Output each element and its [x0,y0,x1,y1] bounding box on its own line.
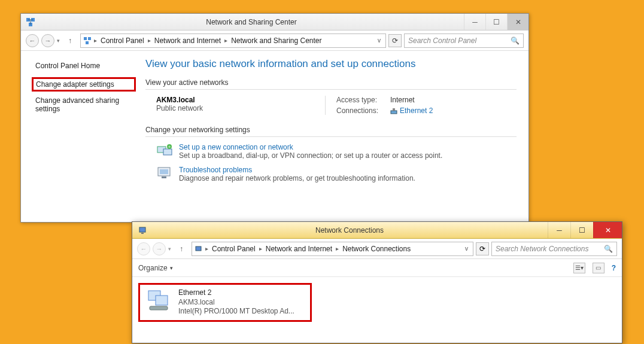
connections-label: Connections: [336,106,390,115]
organize-menu[interactable]: Organize ▾ [138,264,173,272]
connection-name: Ethernet 2 [400,106,433,115]
troubleshoot-row: Troubleshoot problems Diagnose and repai… [156,166,517,182]
minimize-button[interactable]: ─ [548,222,570,238]
search-input[interactable]: Search Control Panel 🔍 [404,34,524,48]
access-type-value: Internet [390,96,433,104]
chevron-right-icon: ▸ [205,245,208,252]
change-settings-header: Change your networking settings [145,126,517,134]
nav-toolbar: ← → ▾ ↑ ▸ Control Panel ▸ Network and In… [21,31,528,51]
toolbar-right: ☰▾ ▭ ? [573,263,616,273]
connection-adapter: Intel(R) PRO/1000 MT Desktop Ad... [178,307,294,316]
connection-text: Ethernet 2 AKM3.local Intel(R) PRO/1000 … [178,288,294,316]
troubleshoot-desc: Diagnose and repair network problems, or… [179,174,415,182]
active-network-row: AKM3.local Public network Access type: I… [145,96,517,115]
svg-rect-6 [391,111,397,114]
svg-rect-3 [84,37,87,40]
svg-rect-20 [150,306,168,310]
up-button[interactable]: ↑ [65,35,75,46]
window-title: Network Connections [151,226,548,235]
divider [145,136,517,137]
network-sharing-center-window: Network and Sharing Center ─ ☐ ✕ ← → ▾ ↑… [20,13,529,223]
back-button[interactable]: ← [26,34,39,47]
search-placeholder: Search Network Connections [496,245,588,253]
refresh-button[interactable]: ⟳ [388,34,402,47]
history-dropdown-icon[interactable]: ▾ [168,246,171,252]
divider [145,89,517,90]
svg-rect-17 [196,246,201,251]
chevron-right-icon: ▸ [148,37,151,44]
setup-connection-row: + Set up a new connection or network Set… [156,143,517,160]
svg-rect-15 [139,227,145,232]
search-input[interactable]: Search Network Connections 🔍 [491,242,617,256]
chevron-right-icon: ▸ [336,245,339,252]
connection-item-ethernet2[interactable]: Ethernet 2 AKM3.local Intel(R) PRO/1000 … [138,283,312,322]
app-icon [26,17,35,27]
troubleshoot-icon [156,166,173,180]
network-details: Access type: Internet Connections: Ether… [325,96,433,115]
crumb-network-internet[interactable]: Network and Internet [153,36,222,45]
close-button[interactable]: ✕ [507,14,528,30]
svg-rect-16 [141,233,144,234]
connection-domain: AKM3.local [178,298,294,308]
maximize-button[interactable]: ☐ [485,14,507,30]
help-button[interactable]: ? [612,264,616,272]
crumb-network-connections[interactable]: Network Connections [341,245,412,253]
chevron-right-icon: ▸ [259,245,262,252]
address-dropdown-icon[interactable]: v [463,245,470,252]
access-type-label: Access type: [336,96,390,104]
minimize-button[interactable]: ─ [464,14,485,30]
close-button[interactable]: ✕ [593,222,622,238]
svg-rect-14 [162,176,166,178]
forward-button[interactable]: → [153,242,166,255]
window-body: Control Panel Home Change adapter settin… [21,51,528,222]
setup-connection-text: Set up a new connection or network Set u… [179,143,442,160]
address-icon [83,36,92,45]
chevron-right-icon: ▸ [224,37,227,44]
view-options-button[interactable]: ☰▾ [573,263,585,273]
svg-rect-19 [156,296,168,305]
refresh-button[interactable]: ⟳ [476,242,489,255]
troubleshoot-link[interactable]: Troubleshoot problems [179,166,415,174]
crumb-control-panel[interactable]: Control Panel [99,36,145,45]
titlebar[interactable]: Network and Sharing Center ─ ☐ ✕ [21,14,528,31]
maximize-button[interactable]: ☐ [570,222,593,238]
crumb-network-internet[interactable]: Network and Internet [265,245,333,253]
ethernet-icon [390,107,397,114]
titlebar[interactable]: Network Connections ─ ☐ ✕ [132,222,622,239]
troubleshoot-text: Troubleshoot problems Diagnose and repai… [179,166,415,182]
organize-label: Organize [138,264,168,272]
setup-connection-link[interactable]: Set up a new connection or network [179,143,442,151]
sidebar-home[interactable]: Control Panel Home [35,59,132,72]
address-icon [195,245,203,253]
window-buttons: ─ ☐ ✕ [548,222,622,238]
crumb-network-sharing[interactable]: Network and Sharing Center [230,36,323,45]
search-icon: 🔍 [511,36,520,45]
back-button[interactable]: ← [137,242,150,255]
address-bar[interactable]: ▸ Control Panel ▸ Network and Internet ▸… [80,34,386,48]
up-button[interactable]: ↑ [176,243,187,254]
address-dropdown-icon[interactable]: v [375,37,383,44]
sidebar-advanced-sharing[interactable]: Change advanced sharing settings [35,94,132,115]
nav-toolbar: ← → ▾ ↑ ▸ Control Panel ▸ Network and In… [132,239,622,259]
window-body: Ethernet 2 AKM3.local Intel(R) PRO/1000 … [132,277,622,343]
active-networks-header: View your active networks [145,78,517,87]
main-panel: View your basic network information and … [139,51,528,222]
sidebar-change-adapter[interactable]: Change adapter settings [32,77,136,92]
network-adapter-icon [146,288,172,312]
crumb-control-panel[interactable]: Control Panel [211,245,257,253]
preview-pane-button[interactable]: ▭ [593,263,604,273]
svg-rect-4 [88,37,91,40]
svg-rect-7 [393,108,395,111]
history-dropdown-icon[interactable]: ▾ [57,38,60,44]
svg-rect-5 [86,41,89,44]
setup-connection-desc: Set up a broadband, dial-up, or VPN conn… [179,151,442,160]
connection-link[interactable]: Ethernet 2 [390,106,433,115]
window-buttons: ─ ☐ ✕ [464,14,528,30]
app-icon [138,226,148,235]
svg-text:+: + [168,144,171,150]
forward-button[interactable]: → [41,34,54,47]
setup-connection-icon: + [156,143,173,157]
address-bar[interactable]: ▸ Control Panel ▸ Network and Internet ▸… [192,242,473,256]
page-headline: View your basic network information and … [145,58,517,70]
svg-rect-9 [163,149,172,155]
